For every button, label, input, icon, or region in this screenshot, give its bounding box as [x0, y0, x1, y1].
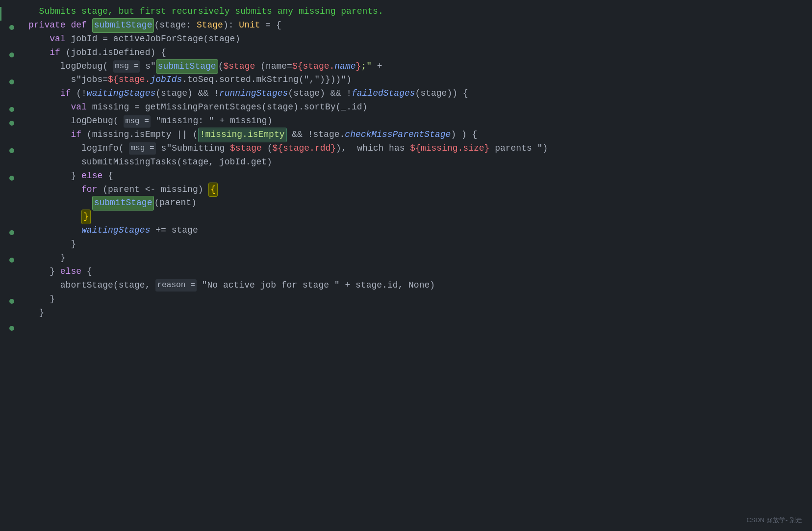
code-line-2: private def submitStage(stage: Stage): U…: [28, 19, 812, 32]
gutter-dot-20: [0, 267, 24, 281]
gutter-dot-3: [0, 34, 24, 48]
code-line-15: submitStage(parent): [28, 196, 812, 210]
gutter-dot-14: [0, 185, 24, 199]
code-line-7: if (!waitingStages(stage) && !runningSta…: [28, 87, 812, 101]
code-line-comment: Submits stage, but first recursively sub…: [28, 5, 812, 19]
gutter-dot-7: [0, 89, 24, 103]
gutter-dot-21: [0, 281, 24, 294]
watermark: CSDN @放学- 别走: [746, 515, 802, 525]
gutter-dot-15: [0, 198, 24, 212]
highlight-submitStage-3: submitStage: [92, 196, 154, 211]
code-line-22: }: [28, 292, 812, 306]
code-line-16: }: [28, 210, 812, 224]
code-line-8: val missing = getMissingParentStages(sta…: [28, 101, 812, 114]
gutter-dot-12: [0, 158, 24, 171]
gutter-dot-10: [0, 130, 24, 144]
gutter-dot-4: [0, 48, 24, 62]
gutter-dot-17: [0, 226, 24, 239]
highlight-msg-3: msg =: [129, 142, 156, 155]
gutter-dot-16: [0, 212, 24, 226]
gutter-dot-22: [0, 294, 24, 308]
gutter-dot-5: [0, 62, 24, 76]
code-line-9: logDebug( msg = "missing: " + missing): [28, 114, 812, 128]
highlight-brace: {: [208, 183, 218, 197]
gutter-dot-8: [0, 103, 24, 116]
highlight-missing-isEmpty: !missing.isEmpty: [198, 128, 287, 142]
highlight-msg-1: msg =: [113, 60, 140, 73]
code-lines: Submits stage, but first recursively sub…: [24, 5, 812, 526]
gutter: [0, 5, 24, 526]
gutter-dot-9: [0, 116, 24, 130]
code-line-4: if (jobId.isDefined) {: [28, 46, 812, 60]
highlight-submitStage-1: submitStage: [92, 18, 154, 33]
highlight-close-brace: }: [81, 210, 91, 224]
gutter-dot-18: [0, 239, 24, 253]
gutter-dot-24: [0, 321, 24, 335]
code-line-13: } else {: [28, 169, 812, 183]
gutter-dot-1: [0, 7, 24, 21]
gutter-dot-19: [0, 253, 24, 267]
code-line-23: }: [28, 306, 812, 320]
gutter-dot-11: [0, 144, 24, 158]
code-line-17: waitingStages += stage: [28, 224, 812, 238]
gutter-dot-23: [0, 308, 24, 322]
code-line-12: submitMissingTasks(stage, jobId.get): [28, 156, 812, 169]
code-line-21: abortStage(stage, reason = "No active jo…: [28, 279, 812, 292]
gutter-dot-13: [0, 171, 24, 185]
code-line-14: for (parent <- missing) {: [28, 183, 812, 197]
code-line-11: logInfo( msg = s"Submitting $stage (${st…: [28, 142, 812, 156]
code-line-6: s"jobs=${stage.jobIds.toSeq.sorted.mkStr…: [28, 73, 812, 87]
gutter-dot-2: [0, 21, 24, 34]
highlight-reason: reason =: [155, 279, 197, 292]
code-line-10: if (missing.isEmpty || (!missing.isEmpty…: [28, 128, 812, 142]
code-line-19: }: [28, 251, 812, 265]
highlight-msg-2: msg =: [124, 115, 151, 128]
code-container: Submits stage, but first recursively sub…: [0, 0, 812, 531]
code-line-3: val jobId = activeJobForStage(stage): [28, 32, 812, 46]
code-line-18: }: [28, 238, 812, 251]
comment-text: Submits stage, but first recursively sub…: [28, 5, 383, 19]
highlight-submitStage-2: submitStage: [156, 59, 218, 74]
gutter-dot-6: [0, 75, 24, 89]
code-line-5: logDebug( msg = s"submitStage($stage (na…: [28, 60, 812, 74]
code-line-20: } else {: [28, 265, 812, 279]
